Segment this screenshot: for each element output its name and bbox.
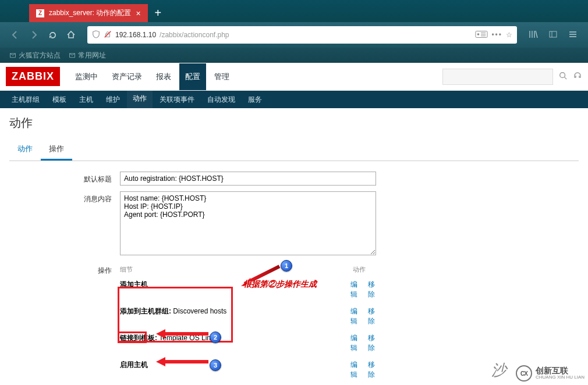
submenu-hosts[interactable]: 主机 [73, 90, 99, 109]
zabbix-logo[interactable]: ZABBIX [6, 67, 60, 86]
submenu-actions[interactable]: 动作 [127, 89, 153, 110]
new-tab-button[interactable]: + [148, 4, 169, 22]
svg-line-13 [565, 77, 567, 80]
zabbix-header: ZABBIX 监测中 资产记录 报表 配置 管理 [0, 63, 588, 91]
subject-input[interactable] [120, 172, 376, 186]
label-message: 消息内容 [15, 191, 120, 257]
tab-title: zabbix_server: 动作的配置 [49, 8, 131, 18]
remove-link[interactable]: 移除 [368, 306, 382, 326]
header-right [442, 69, 582, 85]
menu-reports[interactable]: 报表 [150, 63, 177, 90]
table-row: 启用主机 编辑移除 [120, 357, 382, 383]
svg-point-3 [477, 33, 480, 35]
page-title: 动作 [9, 115, 579, 131]
bookmarks-bar: 火狐官方站点 常用网址 [0, 48, 588, 63]
library-icon[interactable] [525, 30, 541, 41]
edit-link[interactable]: 编辑 [350, 280, 364, 300]
bookmark-star-icon[interactable]: ☆ [506, 31, 512, 39]
menu-administration[interactable]: 管理 [208, 63, 235, 90]
op-detail-prefix: 添加到主机群组: [120, 307, 171, 315]
page-actions-icon[interactable]: ••• [491, 31, 502, 39]
form: 默认标题 消息内容 操作 细节 动作 添加主机 编辑移除 [9, 172, 579, 385]
search-input[interactable] [442, 69, 553, 85]
zabbix-favicon: Z [36, 9, 44, 17]
label-operations: 操作 [15, 263, 120, 385]
shield-icon [92, 30, 100, 40]
menu-icon[interactable] [565, 30, 581, 41]
search-icon[interactable] [559, 72, 567, 81]
home-button[interactable] [63, 27, 79, 43]
menu-inventory[interactable]: 资产记录 [106, 63, 148, 90]
url-host: 192.168.1.10 [115, 31, 156, 39]
watermark: CX 创新互联 CHUANG XIN HU LIAN [516, 365, 585, 382]
op-detail-value: Discovered hosts [171, 307, 226, 315]
op-detail-value: Template OS Linux [157, 334, 218, 342]
op-detail: 启用主机 [120, 361, 148, 369]
annotation-text-1: 根据第②步操作生成 [243, 279, 317, 290]
main-menu: 监测中 资产记录 报表 配置 管理 [69, 63, 235, 90]
back-button[interactable] [7, 27, 23, 43]
remove-link[interactable]: 移除 [368, 360, 382, 380]
svg-point-12 [560, 73, 565, 78]
tab-action[interactable]: 动作 [9, 139, 41, 161]
annotation-badge-3: 3 [210, 359, 221, 371]
edit-link[interactable]: 编辑 [350, 333, 364, 353]
menu-monitoring[interactable]: 监测中 [69, 63, 104, 90]
forward-button[interactable] [26, 27, 42, 43]
annotation-badge-2: 2 [210, 331, 221, 343]
op-detail: 添加主机 [120, 280, 148, 288]
browser-tab[interactable]: Z zabbix_server: 动作的配置 × [29, 4, 148, 22]
remove-link[interactable]: 移除 [368, 280, 382, 300]
support-icon[interactable] [573, 71, 582, 82]
reload-button[interactable] [44, 27, 61, 43]
browser-tab-strip: Z zabbix_server: 动作的配置 × + [0, 0, 588, 22]
ops-col-detail: 细节 [120, 265, 353, 274]
svg-rect-7 [550, 31, 557, 37]
watermark-cn: 创新互联 [536, 366, 585, 375]
ops-col-action: 动作 [353, 265, 366, 274]
bookmark-item[interactable]: 常用网址 [69, 51, 106, 60]
insecure-icon [104, 30, 112, 40]
sidebar-icon[interactable] [545, 30, 561, 41]
remove-link[interactable]: 移除 [368, 333, 382, 353]
submenu-hostgroups[interactable]: 主机群组 [6, 90, 45, 109]
url-path: /zabbix/actionconf.php [160, 31, 229, 39]
table-row: 链接到模板: Template OS Linux 编辑移除 [120, 330, 382, 357]
submenu-maintenance[interactable]: 维护 [100, 90, 126, 109]
form-tabs: 动作 操作 [9, 139, 579, 161]
submenu-services[interactable]: 服务 [242, 90, 268, 109]
edit-link[interactable]: 编辑 [350, 360, 364, 380]
op-detail-prefix: 链接到模板: [120, 334, 157, 342]
watermark-wave: 沙 [491, 360, 506, 380]
submenu-templates[interactable]: 模板 [47, 90, 72, 109]
label-subject: 默认标题 [15, 172, 120, 186]
edit-link[interactable]: 编辑 [350, 306, 364, 326]
submenu-correlation[interactable]: 关联项事件 [154, 90, 200, 109]
reader-icon[interactable] [475, 30, 488, 40]
close-icon[interactable]: × [136, 9, 140, 18]
menu-configuration[interactable]: 配置 [179, 63, 206, 90]
browser-toolbar: 192.168.1.10/zabbix/actionconf.php ••• ☆ [0, 22, 588, 48]
sub-menu: 主机群组 模板 主机 维护 动作 关联项事件 自动发现 服务 [0, 91, 588, 108]
content: 动作 动作 操作 默认标题 消息内容 操作 细节 动作 [0, 108, 588, 385]
tab-operations[interactable]: 操作 [41, 139, 72, 161]
annotation-badge-1: 1 [281, 260, 292, 272]
watermark-en: CHUANG XIN HU LIAN [536, 375, 585, 380]
message-textarea[interactable] [120, 191, 376, 255]
toolbar-right [525, 30, 581, 41]
submenu-discovery[interactable]: 自动发现 [201, 90, 241, 109]
table-row: 添加到主机群组: Discovered hosts 编辑移除 [120, 303, 382, 330]
bookmark-item[interactable]: 火狐官方站点 [9, 51, 61, 60]
address-bar[interactable]: 192.168.1.10/zabbix/actionconf.php ••• ☆ [87, 26, 517, 44]
watermark-logo-icon: CX [516, 365, 532, 382]
